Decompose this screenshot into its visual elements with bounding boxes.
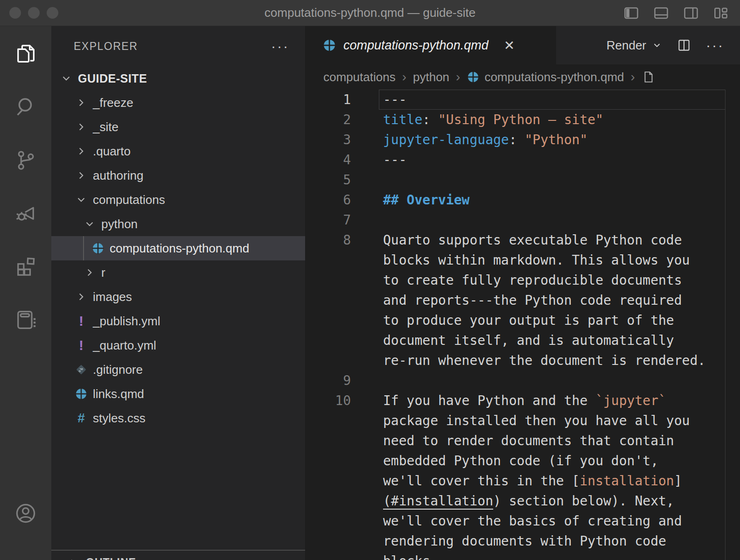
line-number: 5 bbox=[306, 170, 379, 190]
outline-section[interactable]: OUTLINE bbox=[51, 550, 305, 560]
code-line: need to render documents that contain bbox=[306, 431, 740, 451]
line-number bbox=[306, 451, 379, 471]
code-editor[interactable]: 1---2title: "Using Python — site"3jupyte… bbox=[306, 90, 740, 560]
breadcrumbs: computations › python › computations-pyt… bbox=[306, 64, 740, 90]
chevron-right-icon bbox=[73, 97, 90, 109]
line-text: we'll cover this in the [installation] bbox=[379, 471, 726, 491]
chevron-right-icon bbox=[73, 169, 90, 182]
line-number bbox=[306, 551, 379, 560]
source-control-icon[interactable] bbox=[14, 148, 38, 172]
run-and-debug-icon[interactable] bbox=[14, 201, 38, 225]
tree-item--quarto-yml[interactable]: !_quarto.yml bbox=[51, 333, 305, 357]
breadcrumb-label: computations bbox=[323, 70, 396, 84]
vscode-window: computations-python.qmd — guide-site bbox=[0, 0, 740, 560]
tree-item-label: images bbox=[93, 290, 132, 304]
quarto-extension-icon[interactable] bbox=[14, 308, 38, 332]
line-text: to produce your output is part of the bbox=[379, 310, 726, 330]
explorer-sidebar: EXPLORER ··· GUIDE-SITE_freeze_site.quar… bbox=[51, 26, 306, 560]
tab-close-icon[interactable]: ✕ bbox=[504, 38, 515, 53]
accounts-icon[interactable] bbox=[14, 501, 38, 525]
line-number bbox=[306, 350, 379, 371]
line-number: 2 bbox=[306, 110, 379, 130]
split-editor-icon[interactable] bbox=[676, 37, 692, 53]
breadcrumb-python[interactable]: python bbox=[413, 70, 449, 84]
zoom-window-button[interactable] bbox=[47, 7, 58, 19]
settings-gear-icon[interactable] bbox=[14, 557, 38, 560]
tree-item-label: .gitignore bbox=[93, 363, 143, 377]
tab-bar: computations-python.qmd ✕ Render ··· bbox=[306, 26, 740, 64]
line-number bbox=[306, 491, 379, 511]
tree-item-images[interactable]: images bbox=[51, 285, 305, 309]
code-line: and reports---the Python code required bbox=[306, 290, 740, 310]
render-button[interactable]: Render bbox=[607, 38, 662, 53]
code-line: 5 bbox=[306, 170, 740, 190]
tree-item-authoring[interactable]: authoring bbox=[51, 163, 305, 188]
tree-item-guide-site[interactable]: GUIDE-SITE bbox=[51, 66, 305, 91]
editor-scrollbar[interactable] bbox=[725, 90, 726, 560]
code-line: 3jupyter-language: "Python" bbox=[306, 130, 740, 150]
tree-item-r[interactable]: r bbox=[51, 260, 305, 285]
window-controls bbox=[0, 7, 58, 19]
chevron-down-icon bbox=[73, 194, 90, 206]
git-file-icon bbox=[73, 363, 90, 376]
tree-item-label: _site bbox=[93, 120, 119, 134]
code-line: we'll cover the basics of creating and bbox=[306, 511, 740, 531]
toggle-primary-sidebar-icon[interactable] bbox=[622, 4, 640, 22]
chevron-right-icon bbox=[73, 121, 90, 133]
tree-item-computations-python-qmd[interactable]: computations-python.qmd bbox=[51, 236, 305, 260]
code-line: 9 bbox=[306, 371, 740, 391]
outline-header-label: OUTLINE bbox=[86, 556, 136, 560]
tab-computations-python[interactable]: computations-python.qmd ✕ bbox=[306, 26, 556, 64]
explorer-icon[interactable] bbox=[14, 42, 38, 66]
extensions-icon[interactable] bbox=[14, 254, 38, 279]
search-icon[interactable] bbox=[14, 95, 38, 119]
code-line: re-run whenever the document is rendered… bbox=[306, 350, 740, 371]
tree-item--quarto[interactable]: .quarto bbox=[51, 139, 305, 163]
breadcrumb-file[interactable]: computations-python.qmd bbox=[467, 70, 624, 84]
tree-item-styles-css[interactable]: #styles.css bbox=[51, 406, 305, 430]
breadcrumb-computations[interactable]: computations bbox=[323, 70, 396, 84]
code-line: blocks bbox=[306, 551, 740, 560]
code-line: rendering documents with Python code bbox=[306, 531, 740, 551]
close-window-button[interactable] bbox=[9, 7, 21, 19]
minimize-window-button[interactable] bbox=[28, 7, 40, 19]
line-number bbox=[306, 250, 379, 270]
symbol-file-icon bbox=[642, 70, 656, 84]
code-line: 1--- bbox=[306, 90, 740, 110]
line-number: 10 bbox=[306, 391, 379, 411]
line-number bbox=[306, 531, 379, 551]
toggle-panel-icon[interactable] bbox=[652, 4, 670, 22]
tree-item-computations[interactable]: computations bbox=[51, 188, 305, 212]
toggle-secondary-sidebar-icon[interactable] bbox=[682, 4, 700, 22]
tree-item--site[interactable]: _site bbox=[51, 115, 305, 139]
tree-item-label: r bbox=[101, 266, 105, 280]
tree-item--freeze[interactable]: _freeze bbox=[51, 91, 305, 115]
tree-item--publish-yml[interactable]: !_publish.yml bbox=[51, 309, 305, 333]
tree-item-label: _freeze bbox=[93, 96, 133, 110]
line-number: 4 bbox=[306, 150, 379, 170]
quarto-file-icon bbox=[322, 38, 336, 52]
yaml-file-icon: ! bbox=[73, 337, 90, 353]
line-text: rendering documents with Python code bbox=[379, 531, 726, 551]
file-tree: GUIDE-SITE_freeze_site.quartoauthoringco… bbox=[51, 66, 305, 550]
line-text: If you have Python and the `jupyter` bbox=[379, 391, 726, 411]
tree-item-python[interactable]: python bbox=[51, 212, 305, 236]
code-line: 6## Overview bbox=[306, 190, 740, 210]
code-line: 8Quarto supports executable Python code bbox=[306, 230, 740, 250]
line-number: 7 bbox=[306, 210, 379, 230]
explorer-more-actions-icon[interactable]: ··· bbox=[271, 42, 289, 51]
code-line: we'll cover this in the [installation] bbox=[306, 471, 740, 491]
code-line: (#installation) section below). Next, bbox=[306, 491, 740, 511]
editor-more-actions-icon[interactable]: ··· bbox=[706, 37, 724, 53]
breadcrumb-separator-icon: › bbox=[630, 70, 636, 84]
tree-item--gitignore[interactable]: .gitignore bbox=[51, 357, 305, 382]
tree-item-label: _quarto.yml bbox=[93, 338, 156, 353]
tree-item-label: computations-python.qmd bbox=[110, 241, 249, 256]
chevron-down-icon bbox=[58, 72, 75, 84]
chevron-right-icon bbox=[73, 145, 90, 157]
customize-layout-icon[interactable] bbox=[712, 4, 730, 22]
tree-item-links-qmd[interactable]: links.qmd bbox=[51, 382, 305, 406]
code-line: to produce your output is part of the bbox=[306, 310, 740, 330]
line-text: re-run whenever the document is rendered… bbox=[379, 350, 726, 371]
tree-indent-guide bbox=[83, 236, 84, 260]
